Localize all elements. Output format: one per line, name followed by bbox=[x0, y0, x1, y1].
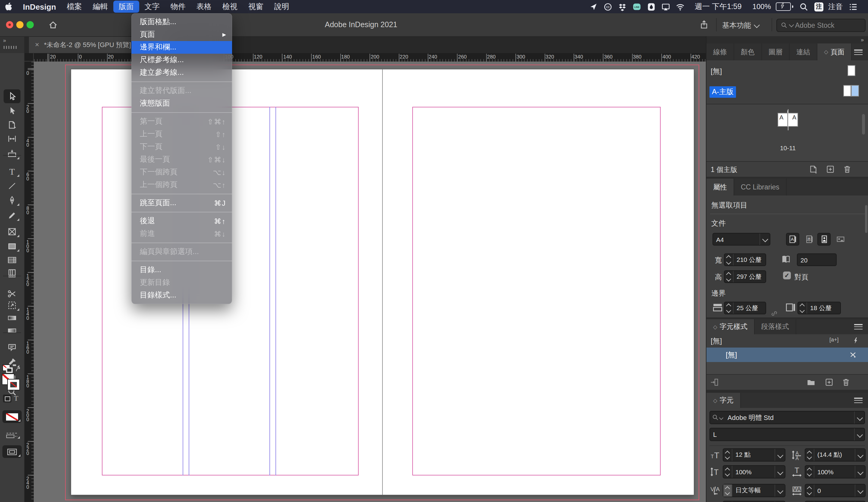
menu-item-頁面[interactable]: 頁面▶ bbox=[132, 28, 232, 41]
direct-selection-tool[interactable] bbox=[3, 104, 21, 118]
tab-段落樣式[interactable]: 段落樣式 bbox=[755, 319, 796, 334]
gap-tool[interactable] bbox=[3, 132, 21, 145]
inside-margin-stepper[interactable] bbox=[798, 302, 807, 314]
new-page-icon[interactable] bbox=[826, 165, 835, 174]
screen-mode-button[interactable] bbox=[2, 445, 22, 458]
drop-app-icon[interactable] bbox=[647, 2, 656, 11]
height-stepper[interactable] bbox=[725, 271, 734, 282]
tab-字元樣式[interactable]: ◇字元樣式 bbox=[706, 319, 755, 334]
tab-圖層[interactable]: 圖層 bbox=[762, 43, 789, 60]
page-size-select[interactable]: A4 bbox=[712, 233, 770, 245]
pages-panel-menu-icon[interactable] bbox=[854, 50, 862, 55]
line-tool[interactable] bbox=[3, 179, 21, 192]
tab-CC Libraries[interactable]: CC Libraries bbox=[734, 179, 787, 195]
font-style-select[interactable]: L bbox=[710, 428, 865, 441]
font-family-select[interactable]: Adobe 明體 Std bbox=[710, 411, 865, 424]
tab-頁面[interactable]: ◇頁面 bbox=[817, 43, 852, 60]
ruler-origin-corner[interactable] bbox=[24, 53, 34, 61]
spread-thumb-left[interactable]: A bbox=[778, 113, 788, 127]
menu-item-後退[interactable]: 後退⌘↑ bbox=[132, 215, 232, 228]
swap-fill-stroke-icon[interactable] bbox=[14, 365, 22, 372]
font-size-field[interactable]: 12 點 bbox=[723, 448, 785, 462]
collapse-dock-icon[interactable]: » bbox=[861, 37, 864, 43]
tab-線條[interactable]: 線條 bbox=[706, 43, 734, 60]
adobe-stock-search-input[interactable]: Adobe Stock bbox=[776, 19, 866, 32]
menu-item-邊界和欄[interactable]: 邊界和欄... bbox=[132, 41, 232, 54]
edit-page-size-icon[interactable] bbox=[809, 165, 818, 174]
menu-item-目錄[interactable]: 目錄... bbox=[132, 264, 232, 277]
close-window-button[interactable] bbox=[6, 21, 13, 28]
menu-bar-item-編輯[interactable]: 編輯 bbox=[87, 0, 113, 13]
new-style-group-icon[interactable] bbox=[807, 378, 816, 387]
character-panel-menu-icon[interactable] bbox=[854, 398, 862, 403]
stroke-swatch[interactable] bbox=[8, 380, 19, 390]
width-field[interactable]: 210 公釐 bbox=[724, 253, 766, 266]
horizontal-scale-field[interactable]: 100% bbox=[805, 465, 866, 479]
menu-bar-item-版面[interactable]: 版面 bbox=[113, 1, 139, 13]
leading-field[interactable]: (14.4 點) bbox=[805, 448, 866, 462]
load-styles-icon[interactable] bbox=[710, 378, 719, 387]
gradient-feather-tool[interactable] bbox=[3, 323, 21, 337]
menu-item-液態版面[interactable]: 液態版面 bbox=[132, 97, 232, 110]
binding-field[interactable]: 20 bbox=[797, 253, 837, 266]
free-transform-tool[interactable] bbox=[3, 298, 21, 312]
orientation-portrait-button[interactable] bbox=[817, 233, 831, 245]
airplay-icon[interactable] bbox=[662, 2, 671, 11]
input-method-icon[interactable]: 注 bbox=[814, 2, 823, 11]
type-tool[interactable]: T bbox=[3, 164, 21, 178]
kerning-stepper[interactable] bbox=[723, 484, 732, 496]
close-tab-icon[interactable]: × bbox=[35, 40, 39, 49]
line-app-icon[interactable]: LINE bbox=[633, 2, 642, 11]
dropbox-icon[interactable] bbox=[618, 2, 627, 11]
leading-stepper[interactable] bbox=[805, 449, 814, 461]
top-margin-stepper[interactable] bbox=[725, 302, 734, 314]
view-options-icon[interactable] bbox=[6, 430, 18, 437]
menu-bar-item-物件[interactable]: 物件 bbox=[165, 0, 191, 13]
kerning-field[interactable]: 日文等幅 bbox=[723, 484, 785, 497]
tracking-field[interactable]: 0 bbox=[805, 484, 866, 497]
menu-bar-item-檔案[interactable]: 檔案 bbox=[61, 0, 87, 13]
spotlight-search-icon[interactable] bbox=[799, 2, 808, 11]
wifi-icon[interactable] bbox=[676, 2, 685, 11]
tracking-stepper[interactable] bbox=[805, 484, 814, 496]
apple-menu-icon[interactable] bbox=[4, 2, 13, 11]
rectangle-tool[interactable] bbox=[3, 239, 21, 253]
menu-bar-item-文字[interactable]: 文字 bbox=[139, 0, 165, 13]
master-row-none[interactable]: [無] bbox=[706, 63, 868, 81]
page-tool[interactable] bbox=[3, 118, 21, 132]
tab-character[interactable]: ◇字元 bbox=[706, 393, 741, 408]
selection-tool[interactable] bbox=[3, 89, 21, 103]
horizontal-grid-tool[interactable] bbox=[3, 253, 21, 267]
properties-scrollbar[interactable] bbox=[865, 205, 867, 233]
input-method-label[interactable]: 注音 bbox=[828, 1, 843, 12]
collapse-panel-icon[interactable]: » bbox=[3, 37, 6, 43]
creative-cloud-icon[interactable]: cc bbox=[604, 2, 613, 11]
menu-item-跳至頁面[interactable]: 跳至頁面...⌘J bbox=[132, 197, 232, 209]
menu-bar-clock[interactable]: 週一 下午1:59 bbox=[695, 1, 742, 12]
menu-bar-item-說明[interactable]: 說明 bbox=[269, 0, 295, 13]
minimize-window-button[interactable] bbox=[16, 21, 23, 28]
tab-屬性[interactable]: 屬性 bbox=[706, 179, 734, 195]
menu-item-建立參考線[interactable]: 建立參考線... bbox=[132, 66, 232, 79]
pen-tool[interactable] bbox=[3, 193, 21, 207]
vertical-ruler[interactable]: 020406080100120140160180200220240 bbox=[24, 61, 34, 502]
location-icon[interactable] bbox=[589, 2, 598, 11]
spread-page-numbers[interactable]: 10-11 bbox=[743, 144, 833, 151]
baseline-shift-field[interactable]: 0% bbox=[723, 501, 785, 502]
content-collector-tool[interactable] bbox=[3, 147, 21, 161]
pages-scrollbar[interactable] bbox=[862, 114, 865, 134]
grid-amount-field[interactable]: 0 bbox=[805, 501, 866, 502]
frame-tool[interactable] bbox=[3, 224, 21, 238]
menu-app-name[interactable]: InDesign bbox=[18, 0, 61, 13]
styles-panel-menu-icon[interactable] bbox=[854, 324, 862, 330]
share-icon[interactable] bbox=[699, 20, 709, 30]
link-margins-icon[interactable] bbox=[770, 309, 778, 317]
zoom-window-button[interactable] bbox=[27, 21, 34, 28]
menu-item-尺標參考線[interactable]: 尺標參考線... bbox=[132, 54, 232, 66]
font-size-stepper[interactable] bbox=[723, 449, 732, 461]
menu-bar-item-視窗[interactable]: 視窗 bbox=[243, 0, 269, 13]
menu-bar-item-檢視[interactable]: 檢視 bbox=[217, 0, 243, 13]
tab-連結[interactable]: 連結 bbox=[789, 43, 817, 60]
workspace-switcher[interactable]: 基本功能 bbox=[722, 21, 759, 31]
new-style-icon[interactable] bbox=[825, 378, 834, 387]
